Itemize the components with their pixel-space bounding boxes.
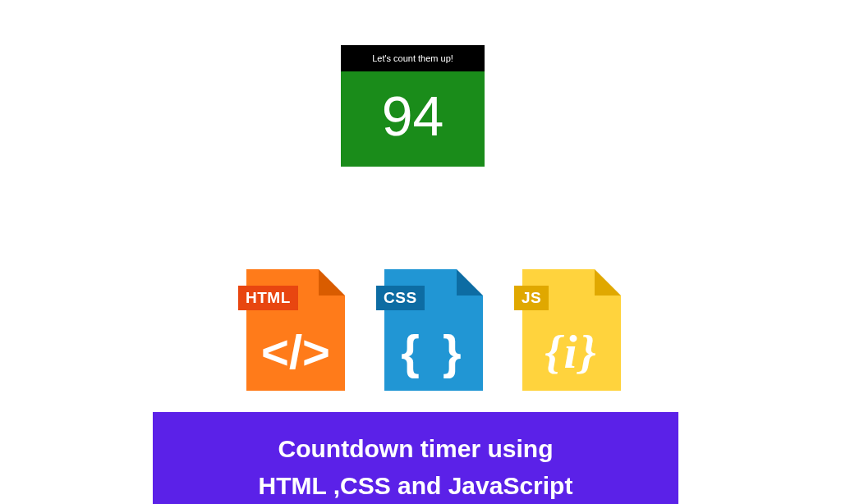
html-tag-label: HTML [238,286,298,310]
counter-value: 94 [341,71,485,167]
counter-header: Let's count them up! [341,45,485,71]
page-fold-icon [319,269,345,296]
page-fold-icon [595,269,621,296]
page-fold-icon [457,269,483,296]
js-file-icon: JS {i} [514,269,621,391]
html-file-icon: HTML </> [238,269,345,391]
css-tag-label: CSS [376,286,425,310]
css-file-icon: CSS { } [376,269,483,391]
title-banner: Countdown timer using HTML ,CSS and Java… [153,412,678,504]
curly-braces-icon: { } [384,328,483,376]
code-brackets-icon: </> [246,328,345,376]
js-tag-label: JS [514,286,549,310]
banner-line-1: Countdown timer using [169,430,662,467]
js-braces-icon: {i} [522,328,621,376]
banner-line-2: HTML ,CSS and JavaScript [169,467,662,504]
counter-widget: Let's count them up! 94 [341,45,485,167]
file-icons-row: HTML </> CSS { } JS {i} [238,269,621,391]
